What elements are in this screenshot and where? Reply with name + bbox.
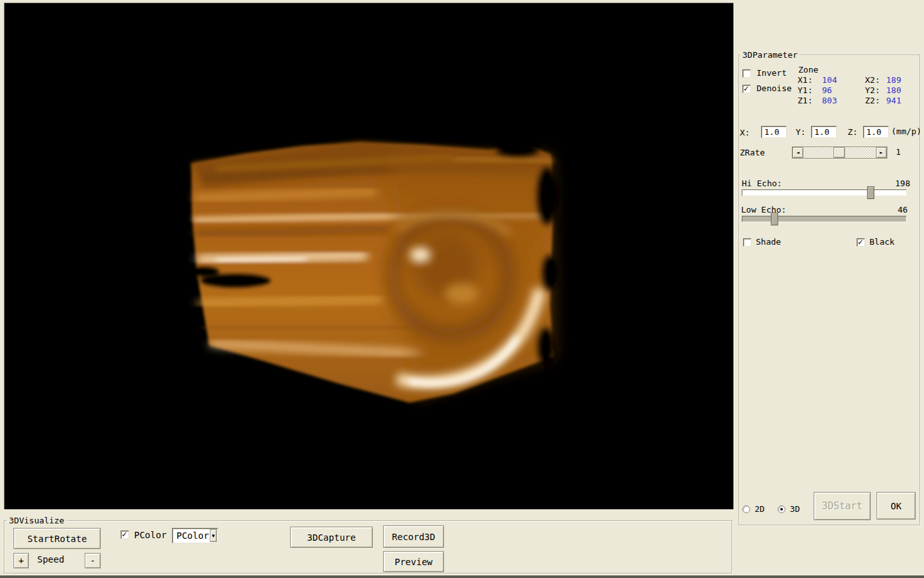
- speed-minus-button[interactable]: -: [85, 553, 101, 568]
- shade-label: Shade: [756, 238, 781, 247]
- param-groupbox-title: 3DParameter: [740, 51, 800, 60]
- render-viewport[interactable]: [4, 3, 733, 509]
- start-rotate-button[interactable]: StartRotate: [13, 528, 101, 549]
- 3dcapture-button[interactable]: 3DCapture: [290, 527, 373, 548]
- zrate-value: 1: [896, 148, 901, 157]
- pcolor-label: PColor: [134, 530, 167, 539]
- black-label: Black: [869, 238, 894, 247]
- zone-x1-label: X1:: [798, 76, 812, 85]
- zone-z2-label: Z2:: [865, 96, 880, 105]
- voxel-y-input[interactable]: [811, 126, 837, 138]
- zone-x2-label: X2:: [865, 76, 880, 85]
- window-bottom-edge: [0, 575, 924, 578]
- denoise-checkbox[interactable]: [742, 85, 751, 93]
- zone-title: Zone: [798, 66, 818, 74]
- zone-y1-value: 96: [822, 86, 832, 95]
- mode-2d-radio[interactable]: [742, 505, 750, 513]
- low-echo-value: 46: [898, 206, 908, 215]
- denoise-label: Denoise: [757, 84, 792, 93]
- mode-2d-label: 2D: [755, 505, 765, 514]
- zone-z1-label: Z1:: [798, 96, 812, 105]
- pcolor-dropdown[interactable]: PColor ▼: [172, 528, 218, 543]
- shade-checkbox[interactable]: [743, 238, 751, 247]
- invert-checkbox[interactable]: [742, 69, 751, 78]
- voxel-z-label: Z:: [848, 128, 858, 137]
- speed-plus-button[interactable]: +: [13, 553, 29, 568]
- mode-3d-label: 3D: [790, 505, 800, 514]
- hi-echo-value: 198: [895, 179, 910, 188]
- hi-echo-slider[interactable]: [742, 189, 907, 196]
- zone-x2-value: 189: [886, 76, 901, 85]
- speed-label: Speed: [37, 555, 64, 564]
- pcolor-checkbox[interactable]: [121, 530, 129, 539]
- voxel-y-label: Y:: [796, 128, 806, 137]
- low-echo-slider[interactable]: [742, 216, 907, 222]
- zrate-label: ZRate: [740, 148, 765, 157]
- zrate-scrollbar[interactable]: ◄ ►: [792, 146, 887, 159]
- zone-z1-value: 803: [822, 96, 837, 105]
- zrate-track[interactable]: [803, 147, 876, 158]
- visualize-groupbox-title: 3DVisualize: [6, 516, 67, 525]
- 3dstart-button[interactable]: 3DStart: [814, 492, 871, 520]
- hi-echo-label: Hi Echo:: [742, 179, 782, 188]
- zone-y2-value: 180: [886, 86, 901, 95]
- param-groupbox: [739, 55, 920, 525]
- ok-button[interactable]: OK: [877, 492, 916, 520]
- zrate-right-arrow-icon[interactable]: ►: [876, 147, 887, 158]
- invert-label: Invert: [757, 69, 787, 78]
- low-echo-thumb[interactable]: [771, 213, 778, 225]
- zrate-thumb[interactable]: [834, 147, 845, 158]
- voxel-x-input[interactable]: [761, 126, 787, 138]
- pcolor-dropdown-value: PColor: [173, 530, 209, 541]
- zrate-left-arrow-icon[interactable]: ◄: [792, 147, 803, 158]
- dropdown-arrow-icon[interactable]: ▼: [210, 529, 217, 542]
- volume-render-3d: [4, 3, 734, 510]
- preview-button[interactable]: Preview: [383, 551, 444, 572]
- hi-echo-thumb[interactable]: [868, 186, 875, 199]
- zone-y2-label: Y2:: [865, 86, 880, 95]
- zone-x1-value: 104: [822, 76, 837, 85]
- zone-y1-label: Y1:: [798, 86, 812, 95]
- record3d-button[interactable]: Record3D: [383, 525, 444, 548]
- mode-3d-radio[interactable]: [778, 505, 785, 513]
- voxel-x-label: X:: [740, 128, 750, 137]
- black-checkbox[interactable]: [857, 238, 865, 247]
- low-echo-label: Low Echo:: [741, 206, 786, 215]
- voxel-z-input[interactable]: [863, 126, 889, 138]
- voxel-unit-label: (mm/p): [891, 127, 921, 136]
- zone-z2-value: 941: [886, 96, 901, 105]
